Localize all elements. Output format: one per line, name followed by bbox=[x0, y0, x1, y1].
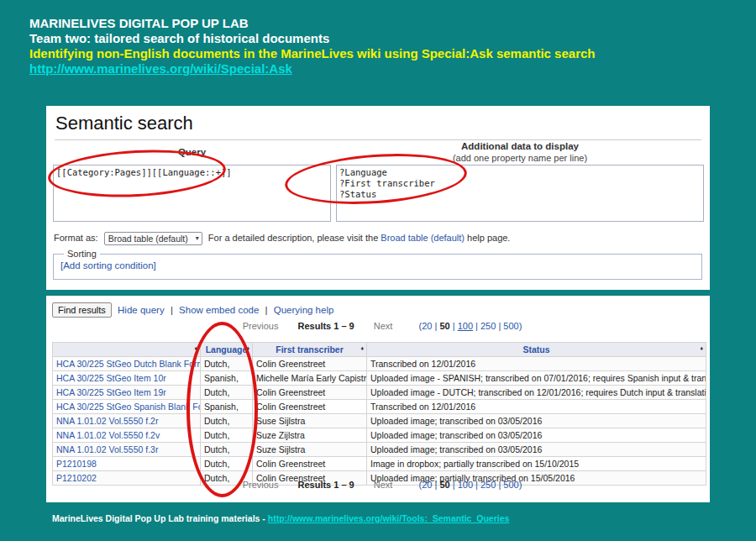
footer-text: MarineLives Digital Pop Up Lab training … bbox=[52, 513, 265, 523]
page-link[interactable]: NNA 1.01.02 Vol.5550 f.2r bbox=[56, 416, 158, 426]
link-separator: | bbox=[171, 305, 173, 315]
page-size-500[interactable]: 500 bbox=[503, 480, 518, 490]
special-ask-link[interactable]: http://www.marinelives.org/wiki/Special:… bbox=[29, 61, 292, 76]
results-count: Results 1 – 9 bbox=[297, 321, 354, 331]
status-cell: Uploaded image - DUTCH; transcribed on 1… bbox=[367, 386, 706, 400]
pagination-top: Previous Results 1 – 9 Next (20 | 50 | 1… bbox=[46, 321, 710, 331]
page-link[interactable]: HCA 30/225 StGeo Dutch Blank Form bbox=[56, 359, 201, 369]
sort-icon[interactable]: ♦ bbox=[360, 345, 364, 351]
sort-icon[interactable]: ♦ bbox=[246, 345, 249, 351]
language-cell: Spanish, bbox=[201, 400, 253, 414]
page-link[interactable]: NNA 1.01.02 Vol.5550 f.2v bbox=[56, 430, 160, 440]
slide-footer: MarineLives Digital Pop Up Lab training … bbox=[52, 513, 509, 523]
format-select-value: Broad table (default) bbox=[108, 234, 188, 244]
transcriber-cell: Colin Greenstreet bbox=[253, 400, 367, 414]
format-as-label: Format as: bbox=[54, 233, 98, 243]
size-separator: | bbox=[473, 480, 480, 490]
show-embed-code-link[interactable]: Show embed code bbox=[179, 305, 259, 315]
header-status-column[interactable]: Status♦ bbox=[367, 343, 706, 357]
query-input[interactable]: [[Category:Pages]][[Language::+]] bbox=[53, 165, 331, 222]
next-link[interactable]: Next bbox=[374, 321, 393, 331]
page-size-100[interactable]: 100 bbox=[458, 321, 473, 331]
transcriber-cell: Colin Greenstreet bbox=[253, 386, 367, 400]
add-sorting-condition-link[interactable]: [Add sorting condition] bbox=[60, 260, 156, 270]
sorting-fieldset: Sorting [Add sorting condition] bbox=[53, 249, 702, 280]
status-cell: Uploaded image; transcribed on 03/05/201… bbox=[367, 443, 706, 457]
page-link[interactable]: P1210198 bbox=[56, 459, 97, 469]
format-description-pre: For a detailed description, please visit… bbox=[208, 233, 378, 243]
next-link[interactable]: Next bbox=[374, 480, 393, 490]
language-cell: Dutch, bbox=[201, 414, 253, 428]
page-size-20[interactable]: 20 bbox=[422, 480, 432, 490]
page-size-500[interactable]: 500 bbox=[503, 321, 518, 331]
status-cell: Uploaded image - SPANISH; transcribed on… bbox=[367, 371, 706, 386]
page-link[interactable]: HCA 30/225 StGeo Item 10r bbox=[56, 373, 166, 383]
additional-data-input[interactable]: ?Language ?First transcriber ?Status bbox=[336, 165, 704, 222]
status-cell: Uploaded image; transcribed on 03/05/201… bbox=[367, 428, 706, 443]
title-divider bbox=[55, 139, 701, 140]
header-language-column[interactable]: Language♦ bbox=[201, 343, 253, 357]
language-cell: Dutch, bbox=[201, 428, 253, 443]
table-row: NNA 1.01.02 Vol.5550 f.2rDutch,Suse Sijl… bbox=[53, 414, 706, 428]
transcriber-cell: Suze Zijlstra bbox=[253, 428, 367, 443]
page-size-100[interactable]: 100 bbox=[458, 480, 473, 490]
size-separator: | bbox=[450, 321, 458, 331]
link-separator: | bbox=[265, 305, 268, 315]
training-materials-link[interactable]: http://www.marinelives.org/wiki/Tools:_S… bbox=[268, 513, 510, 523]
slide-header: MARINELIVES DIGITAL POP UP LAB Team two:… bbox=[29, 16, 595, 76]
results-panel: Find results Hide query | Show embed cod… bbox=[46, 296, 710, 502]
format-select[interactable]: Broad table (default) ▾ bbox=[104, 232, 202, 245]
results-count: Results 1 – 9 bbox=[297, 480, 354, 490]
transcriber-cell: Michelle María Early Capistrán bbox=[253, 371, 367, 386]
sort-icon[interactable]: ♦ bbox=[194, 345, 197, 351]
language-cell: Dutch, bbox=[201, 443, 253, 457]
find-results-button[interactable]: Find results bbox=[52, 302, 112, 318]
previous-link[interactable]: Previous bbox=[243, 480, 279, 490]
size-separator: | bbox=[496, 480, 503, 490]
status-cell: Image in dropbox; partially transcribed … bbox=[367, 457, 706, 471]
transcriber-cell: Colin Greenstreet bbox=[253, 357, 367, 371]
page-title: Semantic search bbox=[55, 113, 193, 134]
language-cell: Dutch, bbox=[201, 457, 253, 471]
size-separator: | bbox=[450, 480, 458, 490]
previous-link[interactable]: Previous bbox=[243, 321, 279, 331]
page-link[interactable]: HCA 30/225 StGeo Spanish Blank Form bbox=[56, 402, 201, 412]
header-first-transcriber-column[interactable]: First transcriber♦ bbox=[253, 343, 367, 357]
table-row: NNA 1.01.02 Vol.5550 f.3rDutch,Suze Sijl… bbox=[53, 443, 706, 457]
sorting-legend: Sorting bbox=[64, 249, 100, 259]
chevron-down-icon: ▾ bbox=[196, 234, 199, 242]
slide-topic: Identifying non-English documents in the… bbox=[29, 46, 595, 61]
size-separator: | bbox=[496, 321, 503, 331]
pagination-sizes-bottom: (20 | 50 | 100 | 250 | 500) bbox=[419, 480, 522, 490]
page-link[interactable]: HCA 30/225 StGeo Item 19r bbox=[56, 387, 166, 397]
results-table: ♦ Language♦ First transcriber♦ Status♦ H… bbox=[52, 342, 706, 486]
table-row: P1210198Dutch,Colin GreenstreetImage in … bbox=[53, 457, 706, 471]
transcriber-cell: Suse Sijlstra bbox=[253, 414, 367, 428]
table-header-row: ♦ Language♦ First transcriber♦ Status♦ bbox=[53, 343, 706, 357]
table-row: HCA 30/225 StGeo Item 19rDutch,Colin Gre… bbox=[53, 386, 706, 400]
slide-subtitle: Team two: tailored search of historical … bbox=[29, 31, 595, 46]
page-link[interactable]: NNA 1.01.02 Vol.5550 f.3r bbox=[56, 444, 158, 454]
page-size-250[interactable]: 250 bbox=[480, 480, 496, 490]
transcriber-cell: Colin Greenstreet bbox=[253, 457, 367, 471]
status-cell: Transcribed on 12/01/2016 bbox=[367, 357, 706, 371]
sort-icon[interactable]: ♦ bbox=[700, 345, 703, 351]
querying-help-link[interactable]: Querying help bbox=[274, 305, 334, 315]
header-page-column[interactable]: ♦ bbox=[53, 343, 201, 357]
page-size-50: 50 bbox=[439, 480, 449, 490]
page-size-50: 50 bbox=[439, 321, 449, 331]
table-row: HCA 30/225 StGeo Item 10rSpanish,Michell… bbox=[53, 371, 706, 386]
page-size-20[interactable]: 20 bbox=[422, 321, 432, 331]
transcriber-cell: Suze Sijlstra bbox=[253, 443, 367, 457]
table-row: NNA 1.01.02 Vol.5550 f.2vDutch,Suze Zijl… bbox=[53, 428, 706, 443]
slide-title: MARINELIVES DIGITAL POP UP LAB bbox=[29, 16, 595, 31]
status-cell: Uploaded image; transcribed on 03/05/201… bbox=[367, 414, 706, 428]
hide-query-link[interactable]: Hide query bbox=[118, 305, 165, 315]
table-row: HCA 30/225 StGeo Dutch Blank FormDutch,C… bbox=[53, 357, 706, 371]
additional-data-hint: (add one property name per line) bbox=[336, 153, 704, 163]
format-help-link[interactable]: Broad table (default) bbox=[381, 233, 465, 243]
table-row: HCA 30/225 StGeo Spanish Blank FormSpani… bbox=[53, 400, 706, 414]
additional-data-label: Additional data to display bbox=[336, 141, 704, 151]
size-separator: | bbox=[473, 321, 480, 331]
page-size-250[interactable]: 250 bbox=[480, 321, 496, 331]
